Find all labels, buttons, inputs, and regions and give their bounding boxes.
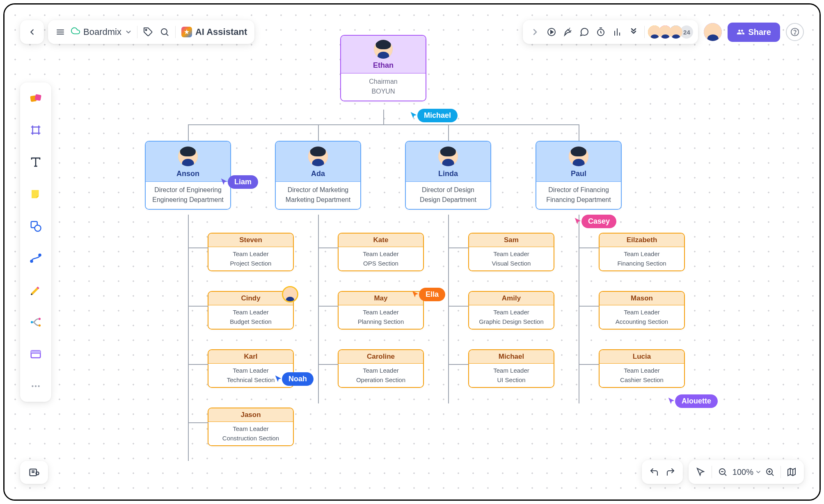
node-title: Team Leader [211, 308, 291, 317]
org-node-anson[interactable]: Anson Director of Engineering Engineerin… [145, 141, 231, 210]
node-title: Director of Financing [539, 185, 618, 195]
tag-button[interactable] [140, 24, 156, 40]
minimap-button[interactable] [783, 464, 800, 480]
connector-tool[interactable] [26, 248, 46, 268]
svg-rect-15 [34, 94, 41, 101]
chevron-down-icon[interactable] [755, 469, 762, 475]
node-name: Ada [279, 170, 357, 178]
org-node-jason[interactable]: Jason Team LeaderConstruction Section [208, 408, 294, 446]
file-title[interactable]: Boardmix [69, 26, 135, 38]
svg-point-28 [39, 318, 41, 320]
zoom-out-button[interactable] [714, 464, 731, 480]
node-title: Director of Design [408, 185, 488, 195]
canvas[interactable]: Ethan Chairman BOYUN Anson Director of E… [5, 5, 819, 499]
org-node-kate[interactable]: Kate Team LeaderOPS Section [338, 233, 424, 271]
node-dept: Cashier Section [602, 376, 682, 385]
zoom-level[interactable]: 100% [731, 467, 755, 477]
zoom-in-button[interactable] [762, 464, 778, 480]
node-name: Kate [341, 236, 421, 244]
timer-button[interactable] [593, 24, 609, 40]
org-node-ada[interactable]: Ada Director of Marketing Marketing Depa… [275, 141, 361, 210]
frame-tool[interactable] [26, 120, 46, 140]
node-name: Anson [149, 170, 227, 178]
node-dept: Budget Section [211, 317, 291, 327]
org-node-root[interactable]: Ethan Chairman BOYUN [340, 35, 426, 101]
more-plugins-button[interactable] [625, 24, 642, 40]
node-name: Mason [602, 294, 682, 302]
templates-tool[interactable] [26, 88, 46, 108]
org-node-caroline[interactable]: Caroline Team LeaderOperation Section [338, 349, 424, 388]
pen-tool[interactable] [26, 280, 46, 300]
comment-button[interactable] [576, 24, 593, 40]
org-node-amily[interactable]: Amily Team LeaderGraphic Design Section [468, 291, 554, 330]
present-button[interactable] [543, 24, 560, 40]
node-name: May [341, 294, 421, 302]
more-tools-button[interactable] [26, 376, 46, 396]
node-dept: UI Section [472, 376, 551, 385]
pointer-mode-button[interactable] [693, 464, 709, 480]
node-dept: Design Department [408, 195, 488, 205]
svg-point-23 [35, 225, 41, 231]
back-button[interactable] [20, 20, 44, 44]
node-dept: Graphic Design Section [472, 317, 551, 327]
node-name: Amily [472, 294, 551, 302]
org-node-eilzabeth[interactable]: Eilzabeth Team LeaderFinancing Section [599, 233, 685, 271]
menu-button[interactable] [52, 24, 69, 40]
node-dept: Visual Section [472, 259, 551, 268]
mindmap-tool[interactable] [26, 312, 46, 332]
expand-right-button[interactable] [527, 24, 543, 40]
node-name: Linda [409, 170, 487, 178]
node-title: Director of Marketing [278, 185, 358, 195]
org-node-steven[interactable]: Steven Team LeaderProject Section [208, 233, 294, 271]
svg-marker-7 [551, 30, 553, 34]
node-title: Team Leader [472, 308, 551, 317]
node-name: Eilzabeth [602, 236, 682, 244]
table-tool[interactable] [26, 344, 46, 364]
share-button[interactable]: Share [728, 23, 780, 42]
org-node-cindy[interactable]: Cindy Team LeaderBudget Section [208, 291, 294, 330]
node-dept: Project Section [211, 259, 291, 268]
ai-logo-icon [181, 27, 192, 37]
org-node-paul[interactable]: Paul Director of Financing Financing Dep… [536, 141, 622, 210]
svg-point-35 [38, 385, 39, 387]
node-title: Chairman [343, 77, 423, 87]
node-name: Lucia [602, 353, 682, 361]
node-dept: Financing Section [602, 259, 682, 268]
assets-panel-button[interactable] [20, 461, 48, 484]
svg-point-4 [161, 29, 167, 34]
svg-point-25 [39, 254, 41, 256]
ai-assistant-button[interactable]: AI Assistant [178, 27, 250, 37]
svg-point-33 [32, 385, 33, 387]
search-button[interactable] [156, 24, 173, 40]
help-button[interactable] [786, 23, 804, 41]
svg-point-3 [145, 30, 146, 31]
node-name: Ethan [344, 61, 422, 70]
svg-point-27 [31, 321, 33, 323]
svg-line-40 [724, 474, 726, 476]
chevron-down-icon [125, 28, 132, 36]
cursor-casey: Casey [573, 215, 616, 228]
undo-button[interactable] [646, 464, 662, 480]
org-node-mason[interactable]: Mason Team LeaderAccounting Section [599, 291, 685, 330]
text-tool[interactable] [26, 152, 46, 172]
celebrate-button[interactable] [560, 24, 576, 40]
org-node-lucia[interactable]: Lucia Team LeaderCashier Section [599, 349, 685, 388]
cloud-sync-icon [71, 26, 80, 38]
vote-button[interactable] [609, 24, 625, 40]
sticky-note-tool[interactable] [26, 184, 46, 204]
svg-point-34 [35, 385, 37, 387]
collaborators[interactable]: 24 [647, 25, 694, 39]
redo-button[interactable] [662, 464, 679, 480]
svg-point-26 [31, 293, 32, 295]
current-user-avatar[interactable] [704, 23, 722, 41]
node-name: Steven [211, 236, 291, 244]
svg-point-29 [39, 324, 41, 326]
org-node-michael2[interactable]: Michael Team LeaderUI Section [468, 349, 554, 388]
node-name: Paul [540, 170, 618, 178]
svg-line-5 [167, 34, 168, 36]
org-node-sam[interactable]: Sam Team LeaderVisual Section [468, 233, 554, 271]
node-title: Team Leader [472, 250, 551, 259]
node-name: Caroline [341, 353, 421, 361]
org-node-linda[interactable]: Linda Director of Design Design Departme… [405, 141, 491, 210]
shape-tool[interactable] [26, 216, 46, 236]
